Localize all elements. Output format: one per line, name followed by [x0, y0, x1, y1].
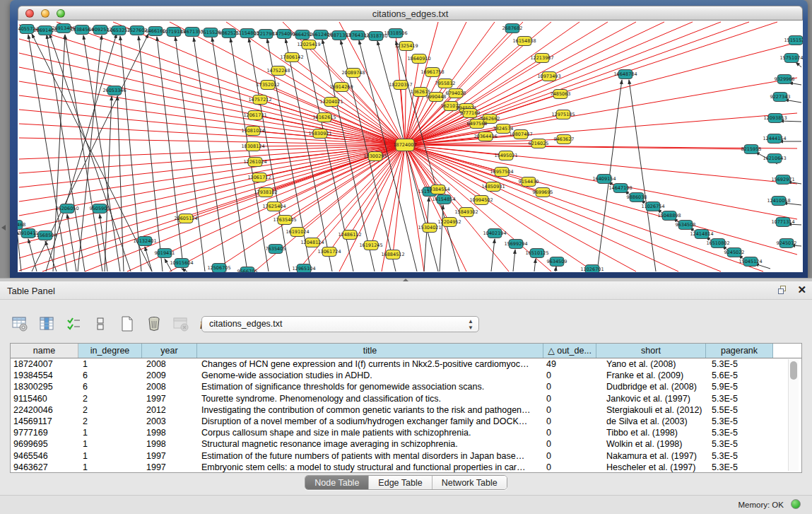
- table-cell[interactable]: 2: [78, 393, 142, 404]
- table-cell[interactable]: 5.6E-5: [706, 370, 773, 381]
- column-header-title[interactable]: title: [197, 344, 543, 358]
- table-cell[interactable]: 9463627: [11, 462, 78, 473]
- table-cell[interactable]: 1998: [142, 438, 197, 450]
- table-cell[interactable]: 1: [78, 427, 142, 438]
- table-row[interactable]: 946554611997Estimation of the future num…: [11, 450, 801, 462]
- table-cell[interactable]: 1: [78, 438, 142, 450]
- table-cell[interactable]: 0: [543, 416, 596, 427]
- table-cell[interactable]: Estimation of the future numbers of pati…: [197, 450, 543, 462]
- table-cell[interactable]: Estimation of significance thresholds fo…: [197, 381, 543, 392]
- table-cell[interactable]: 5.5E-5: [706, 404, 773, 416]
- network-canvas[interactable]: 1872400724055724206914062691340618384564…: [18, 21, 803, 272]
- table-cell[interactable]: 0: [543, 393, 596, 404]
- table-cell[interactable]: Dudbridge et al. (2008): [596, 381, 706, 392]
- table-cell[interactable]: 6: [78, 381, 142, 392]
- table-cell[interactable]: 1997: [142, 450, 197, 462]
- table-cell[interactable]: 2: [78, 416, 142, 427]
- table-cell[interactable]: Genome-wide association studies in ADHD.: [197, 370, 543, 381]
- table-row[interactable]: 946362711997Embryonic stem cells: a mode…: [11, 462, 801, 473]
- table-cell[interactable]: 5.3E-5: [706, 438, 773, 450]
- table-cell[interactable]: Structural magnetic resonance image aver…: [197, 438, 543, 450]
- table-cell[interactable]: 5.3E-5: [706, 416, 773, 427]
- table-cell[interactable]: 5.9E-5: [706, 381, 773, 392]
- panel-collapse-arrow-icon[interactable]: [1, 225, 6, 230]
- memory-ok-indicator[interactable]: [791, 499, 801, 509]
- table-cell[interactable]: Jankovic et al. (1997): [596, 393, 706, 404]
- table-cell[interactable]: 1: [78, 358, 142, 370]
- table-cell[interactable]: 22420046: [11, 404, 78, 416]
- table-row[interactable]: 1830029562008Estimation of significance …: [11, 381, 801, 392]
- table-row[interactable]: 2242004622012Investigating the contribut…: [11, 404, 801, 416]
- table-cell[interactable]: 0: [543, 370, 596, 381]
- table-cell[interactable]: 1: [78, 450, 142, 462]
- row-height-button[interactable]: [90, 314, 110, 334]
- table-cell[interactable]: 6: [78, 370, 142, 381]
- column-header-in_degree[interactable]: in_degree: [78, 344, 142, 358]
- tab-edge-table[interactable]: Edge Table: [369, 476, 432, 489]
- vertical-scrollbar[interactable]: [788, 359, 799, 471]
- select-columns-checklist-button[interactable]: [64, 314, 83, 334]
- table-cell[interactable]: 0: [543, 462, 596, 473]
- table-cell[interactable]: Franke et al. (2009): [596, 370, 706, 381]
- column-header-year[interactable]: year: [142, 344, 197, 358]
- table-cell[interactable]: 5.3E-5: [706, 393, 773, 404]
- table-cell[interactable]: Investigating the contribution of common…: [197, 404, 543, 416]
- table-cell[interactable]: 9699695: [11, 438, 78, 450]
- column-header-name[interactable]: name: [11, 344, 78, 358]
- table-cell[interactable]: Wolkin et al. (1998): [596, 438, 706, 450]
- table-row[interactable]: 911546021997Tourette syndrome. Phenomeno…: [11, 393, 801, 404]
- table-cell[interactable]: 5.3E-5: [706, 358, 773, 370]
- table-cell[interactable]: 0: [543, 438, 596, 450]
- table-cell[interactable]: 2: [78, 404, 142, 416]
- table-row[interactable]: 969969511998Structural magnetic resonanc…: [11, 438, 801, 450]
- table-cell[interactable]: 0: [543, 450, 596, 462]
- table-cell[interactable]: 1997: [142, 462, 197, 473]
- column-header-pagerank[interactable]: pagerank: [706, 344, 773, 358]
- table-row[interactable]: 977716911998Corpus callosum shape and si…: [11, 427, 801, 438]
- table-cell[interactable]: Hescheler et al. (1997): [596, 462, 706, 473]
- float-panel-icon[interactable]: [778, 286, 788, 295]
- table-cell[interactable]: 5.3E-5: [706, 450, 773, 462]
- table-row[interactable]: 1938455462009Genome-wide association stu…: [11, 370, 801, 381]
- tab-network-table[interactable]: Network Table: [433, 476, 507, 489]
- table-cell[interactable]: 2003: [142, 416, 197, 427]
- table-cell[interactable]: de Silva et al. (2003): [596, 416, 706, 427]
- table-cell[interactable]: 2008: [142, 358, 197, 370]
- table-row[interactable]: 1456911722003Disruption of a novel membe…: [11, 416, 801, 427]
- table-cell[interactable]: 2008: [142, 381, 197, 392]
- table-cell[interactable]: 5.3E-5: [706, 462, 773, 473]
- table-cell[interactable]: Corpus callosum shape and size in male p…: [197, 427, 543, 438]
- new-column-button[interactable]: [117, 314, 137, 334]
- table-cell[interactable]: 9465546: [11, 450, 78, 462]
- table-cell[interactable]: 19384554: [11, 370, 78, 381]
- table-cell[interactable]: Tourette syndrome. Phenomenology and cla…: [197, 393, 543, 404]
- column-header-short[interactable]: short: [596, 344, 706, 358]
- table-cell[interactable]: 14569117: [11, 416, 78, 427]
- close-panel-icon[interactable]: ✕: [797, 284, 806, 296]
- table-mode-button[interactable]: [10, 314, 30, 334]
- column-header-out_de[interactable]: △ out_de...: [543, 344, 596, 358]
- table-cell[interactable]: 0: [543, 427, 596, 438]
- table-cell[interactable]: Changes of HCN gene expression and I(f) …: [197, 358, 543, 370]
- delete-column-trash-button[interactable]: [144, 314, 164, 334]
- table-cell[interactable]: Tibbo et al. (1998): [596, 427, 706, 438]
- table-cell[interactable]: 9115460: [11, 393, 78, 404]
- table-cell[interactable]: Embryonic stem cells: a model to study s…: [197, 462, 543, 473]
- network-window[interactable]: citations_edges.txt 18724007240557242069…: [10, 0, 808, 278]
- table-cell[interactable]: 0: [543, 404, 596, 416]
- table-cell[interactable]: 1997: [142, 393, 197, 404]
- table-cell[interactable]: 5.3E-5: [706, 427, 773, 438]
- show-columns-button[interactable]: [37, 314, 57, 334]
- table-cell[interactable]: 49: [543, 358, 596, 370]
- network-window-titlebar[interactable]: citations_edges.txt: [18, 6, 803, 21]
- table-cell[interactable]: 0: [543, 381, 596, 392]
- table-cell[interactable]: 1998: [142, 427, 197, 438]
- table-selector-dropdown[interactable]: citations_edges.txt ▲▼: [201, 316, 479, 332]
- table-cell[interactable]: 2009: [142, 370, 197, 381]
- table-cell[interactable]: Disruption of a novel member of a sodium…: [197, 416, 543, 427]
- table-row[interactable]: 1872400712008Changes of HCN gene express…: [11, 358, 801, 370]
- table-cell[interactable]: Yano et al. (2008): [596, 358, 706, 370]
- table-cell[interactable]: 2012: [142, 404, 197, 416]
- tab-node-table[interactable]: Node Table: [305, 476, 369, 489]
- scrollbar-thumb[interactable]: [790, 361, 797, 380]
